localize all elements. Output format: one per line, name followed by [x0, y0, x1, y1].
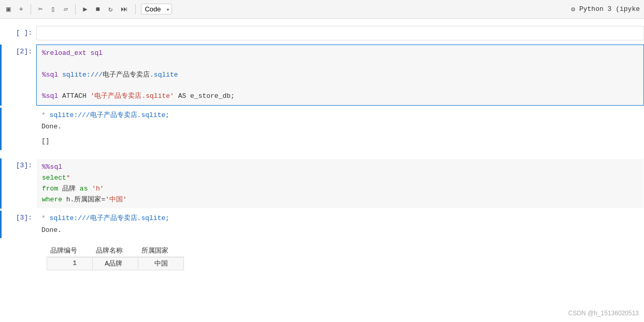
cell-empty: [ ]: [0, 26, 644, 40]
table-name: 品牌 [58, 185, 80, 193]
where-cond: h.所属国家= [62, 196, 105, 203]
add-cell-button[interactable]: + [17, 4, 25, 14]
cell-3: [3]: %%sql select* from 品牌 as 'h' where … [0, 158, 644, 209]
cell-2-out-line1: * sqlite:///电子产品专卖店.sqlite; [41, 110, 639, 121]
toolbar: ▣ + ✂ ▯ ▱ ▶ ■ ↻ ⏭ Code ⚙ Python 3 (ipyke [0, 0, 644, 19]
cell-2-prompt: [2]: [0, 45, 36, 55]
cell-3-output-content: * sqlite:///电子产品专卖店.sqlite; Done. [36, 211, 644, 238]
kw-from: from [42, 185, 58, 193]
divider-2 [75, 4, 76, 14]
cell-3-prompt: [3]: [0, 158, 36, 169]
cell-3-out-bar [0, 211, 2, 238]
cell-empty-content[interactable] [36, 26, 644, 40]
kw-as: as [80, 185, 88, 193]
cell-id: 1 [47, 257, 93, 270]
col-header-name: 品牌名称 [93, 244, 138, 257]
cell-3-bar [0, 158, 2, 209]
run-icon[interactable]: ▶ [81, 4, 89, 14]
stop-icon[interactable]: ■ [94, 4, 102, 14]
cut-icon[interactable]: ✂ [36, 4, 45, 14]
col-header-id: 品牌编号 [47, 244, 93, 257]
cell-active-bar [0, 45, 2, 106]
table-row: 1 A品牌 中国 [47, 257, 184, 270]
notebook: [ ]: [2]: %reload_ext sql %sql sqlite://… [0, 19, 644, 280]
cell-2-out-prompt [0, 108, 36, 111]
db-name-1: 电子产品专卖店 [103, 71, 150, 79]
cell-2: [2]: %reload_ext sql %sql sqlite:///电子产品… [0, 45, 644, 106]
cell-2-out-result: [] [41, 135, 639, 148]
table-header-row: 品牌编号 品牌名称 所属国家 [47, 244, 184, 257]
alias-str: 'h' [92, 185, 104, 193]
cell-3-output: [3]: * sqlite:///电子产品专卖店.sqlite; Done. [0, 211, 644, 238]
sql-ext-1: .sqlite [150, 71, 178, 79]
cell-3-table-container: 品牌编号 品牌名称 所属国家 1 A品牌 中国 [36, 242, 189, 272]
magic-pct-sql: %%sql [42, 163, 62, 171]
kernel-label: Python 3 (ipyke [579, 5, 640, 13]
cell-3-out-done: Done. [41, 225, 639, 236]
magic-reload: %reload_ext sql [42, 49, 103, 57]
kw-select: select [42, 174, 66, 182]
asterisk: * [66, 174, 70, 182]
cell-type-selector[interactable]: Code [141, 4, 172, 14]
cell-3-out-prompt: [3]: [0, 211, 36, 222]
divider-1 [31, 4, 31, 14]
cell-3-code[interactable]: %%sql select* from 品牌 as 'h' where h.所属国… [37, 159, 643, 208]
attach-as: AS e_store_db; [174, 92, 235, 100]
cell-2-out-done: Done. [41, 121, 639, 133]
cell-2-bracket-content: ] [46, 137, 50, 145]
magic-sql-1: %sql [42, 71, 58, 79]
cell-3-sqlite-url: sqlite:///电子产品专卖店.sqlite; [50, 214, 169, 222]
gear-icon: ⚙ [571, 5, 575, 13]
attach-str: '电子产品专卖店.sqlite' [91, 92, 174, 100]
restart-icon[interactable]: ↻ [106, 4, 115, 14]
attach-kw: ATTACH [58, 92, 90, 100]
cell-2-content[interactable]: %reload_ext sql %sql sqlite:///电子产品专卖店.s… [36, 45, 644, 106]
cell-3-content[interactable]: %%sql select* from 品牌 as 'h' where h.所属国… [36, 158, 644, 209]
copy-icon[interactable]: ▯ [49, 4, 57, 14]
cell-2-code[interactable]: %reload_ext sql %sql sqlite:///电子产品专卖店.s… [37, 45, 643, 105]
cell-3-table-row: 品牌编号 品牌名称 所属国家 1 A品牌 中国 [0, 242, 644, 272]
cell-type-select[interactable]: Code [141, 4, 172, 14]
paste-icon[interactable]: ▱ [62, 4, 70, 14]
kw-where: where [42, 196, 62, 203]
cell-2-out-bar [0, 108, 2, 150]
sql-url-1: sqlite:/// [58, 71, 103, 79]
col-header-country: 所属国家 [138, 244, 184, 257]
jupyter-logo-icon: ▣ [4, 4, 12, 14]
cell-2-sqlite-url: sqlite:///电子产品专卖店.sqlite; [50, 111, 169, 119]
kernel-info: ⚙ Python 3 (ipyke [571, 5, 640, 13]
cell-name: A品牌 [93, 257, 138, 270]
cell-empty-prompt: [ ]: [0, 26, 36, 37]
cell-2-output: * sqlite:///电子产品专卖店.sqlite; Done. [] [0, 108, 644, 150]
result-table: 品牌编号 品牌名称 所属国家 1 A品牌 中国 [47, 244, 184, 270]
cell-2-output-content: * sqlite:///电子产品专卖店.sqlite; Done. [] [36, 108, 644, 150]
magic-sql-2: %sql [42, 92, 58, 100]
cell-3-out-line1: * sqlite:///电子产品专卖店.sqlite; [41, 213, 639, 224]
cell-country: 中国 [138, 257, 184, 270]
divider-3 [135, 4, 136, 14]
fast-forward-icon[interactable]: ⏭ [119, 4, 130, 14]
china-str: '中国' [105, 196, 127, 203]
